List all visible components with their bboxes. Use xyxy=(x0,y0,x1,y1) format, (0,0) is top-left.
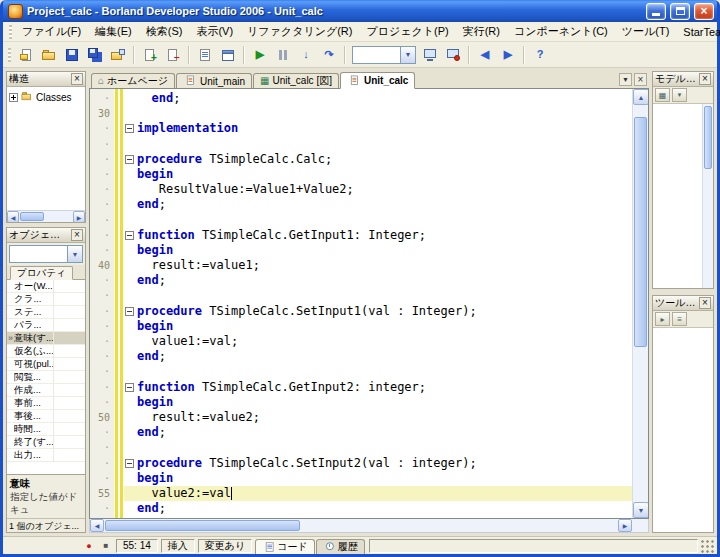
model-options-button[interactable] xyxy=(672,88,687,102)
code-line[interactable]: 55 value2:=val xyxy=(90,486,632,501)
combo-dropdown-icon[interactable] xyxy=(67,246,82,262)
property-row-13[interactable]: 終了(す... xyxy=(7,436,85,449)
model-view-header[interactable]: モデル ビュー xyxy=(653,72,713,87)
fold-collapse-icon[interactable] xyxy=(125,231,134,240)
code-line[interactable]: · xyxy=(90,137,632,152)
gutter-cell[interactable]: · xyxy=(90,334,114,349)
property-value[interactable] xyxy=(54,410,85,422)
code-line[interactable]: · xyxy=(90,440,632,455)
structure-hscrollbar[interactable] xyxy=(7,210,85,222)
tab-list-dropdown-icon[interactable] xyxy=(619,73,632,86)
menu-item-5[interactable]: リファクタリング(R) xyxy=(240,22,359,41)
navigate-back-button[interactable]: ◀ xyxy=(474,44,496,66)
trace-into-button[interactable]: ↓ xyxy=(295,44,317,66)
structure-close-icon[interactable] xyxy=(71,73,83,85)
tab-properties[interactable]: プロパティ xyxy=(10,266,73,280)
property-row-9[interactable]: 作成... xyxy=(7,384,85,397)
vscroll-track[interactable] xyxy=(633,105,648,502)
bottom-tab-1[interactable]: コード xyxy=(255,539,314,554)
scroll-right-icon[interactable] xyxy=(618,519,632,532)
code-line[interactable]: ·begin xyxy=(90,395,632,410)
tool-palette-content[interactable] xyxy=(653,328,713,532)
menu-drag-grip[interactable] xyxy=(9,25,12,39)
macro-stop-button[interactable] xyxy=(99,539,113,553)
scrollbar-thumb[interactable] xyxy=(20,212,44,221)
gutter-cell[interactable]: · xyxy=(90,425,114,440)
tool-palette-close-icon[interactable] xyxy=(699,297,711,309)
code-editor[interactable]: · end;30·implementation··procedure TSimp… xyxy=(89,89,649,519)
editor-vscrollbar[interactable] xyxy=(632,89,648,518)
code-line[interactable]: ·procedure TSimpleCalc.SetInput1(val : I… xyxy=(90,304,632,319)
inspector-panel-header[interactable]: オブジェクト インスペクタ xyxy=(7,228,85,243)
fold-collapse-icon[interactable] xyxy=(125,383,134,392)
property-row-2[interactable]: クラ... xyxy=(7,293,85,306)
gutter-cell[interactable]: · xyxy=(90,197,114,212)
code-line[interactable]: 30 xyxy=(90,106,632,121)
code-line[interactable]: ·function TSimpleCalc.GetInput1: Integer… xyxy=(90,228,632,243)
editor-tab-4[interactable]: Unit_calc xyxy=(340,72,415,89)
code-line[interactable]: · xyxy=(90,364,632,379)
help-button[interactable]: ? xyxy=(529,44,551,66)
model-diagram-button[interactable] xyxy=(655,88,670,102)
fold-collapse-icon[interactable] xyxy=(125,124,134,133)
pause-button[interactable] xyxy=(272,44,294,66)
property-row-11[interactable]: 事後... xyxy=(7,410,85,423)
code-line[interactable]: 40 result:=value1; xyxy=(90,258,632,273)
code-line[interactable]: · xyxy=(90,288,632,303)
model-view-canvas[interactable] xyxy=(653,104,702,288)
inspector-close-icon[interactable] xyxy=(71,229,83,241)
property-row-8[interactable]: 閲覧... xyxy=(7,371,85,384)
view-unit-button[interactable] xyxy=(194,44,216,66)
code-line[interactable]: · ResultValue:=Value1+Value2; xyxy=(90,182,632,197)
gutter-cell[interactable]: · xyxy=(90,152,114,167)
step-over-button[interactable]: ↷ xyxy=(318,44,340,66)
hscroll-track[interactable] xyxy=(104,519,618,532)
property-value[interactable] xyxy=(54,371,85,383)
inspector-object-combo[interactable] xyxy=(9,245,83,263)
save-desktop-button[interactable] xyxy=(419,44,441,66)
bottom-tab-2[interactable]: 履歴 xyxy=(316,539,365,554)
scroll-up-icon[interactable] xyxy=(633,89,649,105)
code-line[interactable]: ·procedure TSimpleCalc.Calc; xyxy=(90,152,632,167)
editor-tab-3[interactable]: ▦Unit_calc [図] xyxy=(253,73,339,88)
menu-item-4[interactable]: 表示(V) xyxy=(189,22,240,41)
gutter-cell[interactable]: · xyxy=(90,471,114,486)
editor-hscrollbar[interactable] xyxy=(89,519,649,533)
menu-item-7[interactable]: 実行(R) xyxy=(456,22,507,41)
gutter-cell[interactable]: 40 xyxy=(90,258,114,273)
code-line[interactable]: ·begin xyxy=(90,167,632,182)
fold-collapse-icon[interactable] xyxy=(125,307,134,316)
property-row-12[interactable]: 時間... xyxy=(7,423,85,436)
property-row-1[interactable]: オー(W... xyxy=(7,280,85,293)
property-value[interactable] xyxy=(54,293,85,305)
structure-panel-header[interactable]: 構造 xyxy=(7,72,85,87)
gutter-cell[interactable]: · xyxy=(90,182,114,197)
property-value[interactable] xyxy=(54,397,85,409)
menu-item-1[interactable]: ファイル(F) xyxy=(15,22,88,41)
editor-tab-2[interactable]: Unit_main xyxy=(176,73,252,88)
macro-record-button[interactable] xyxy=(82,539,96,553)
property-value[interactable] xyxy=(54,436,85,448)
code-line[interactable]: ·end; xyxy=(90,273,632,288)
open-file-button[interactable] xyxy=(38,44,60,66)
set-debug-desktop-button[interactable] xyxy=(442,44,464,66)
code-line[interactable]: ·procedure TSimpleCalc.SetInput2(val : i… xyxy=(90,456,632,471)
resize-grip[interactable] xyxy=(701,540,715,554)
fold-collapse-icon[interactable] xyxy=(125,155,134,164)
gutter-cell[interactable]: · xyxy=(90,440,114,455)
scrollbar-track[interactable] xyxy=(19,211,73,222)
property-row-5[interactable]: 意味(す... xyxy=(7,332,85,345)
property-row-3[interactable]: ステ... xyxy=(7,306,85,319)
code-line[interactable]: ·end; xyxy=(90,349,632,364)
editor-tab-1[interactable]: ⌂ホームページ xyxy=(91,73,175,88)
code-line[interactable]: ·function TSimpleCalc.GetInput2: integer… xyxy=(90,380,632,395)
property-row-14[interactable]: 出力... xyxy=(7,449,85,462)
gutter-cell[interactable]: 50 xyxy=(90,410,114,425)
gutter-cell[interactable]: 55 xyxy=(90,486,114,501)
code-line[interactable]: ·end; xyxy=(90,501,632,516)
new-items-button[interactable] xyxy=(15,44,37,66)
property-value[interactable] xyxy=(54,384,85,396)
save-all-button[interactable] xyxy=(84,44,106,66)
property-row-7[interactable]: 可視(pul... xyxy=(7,358,85,371)
scroll-down-icon[interactable] xyxy=(633,502,649,518)
